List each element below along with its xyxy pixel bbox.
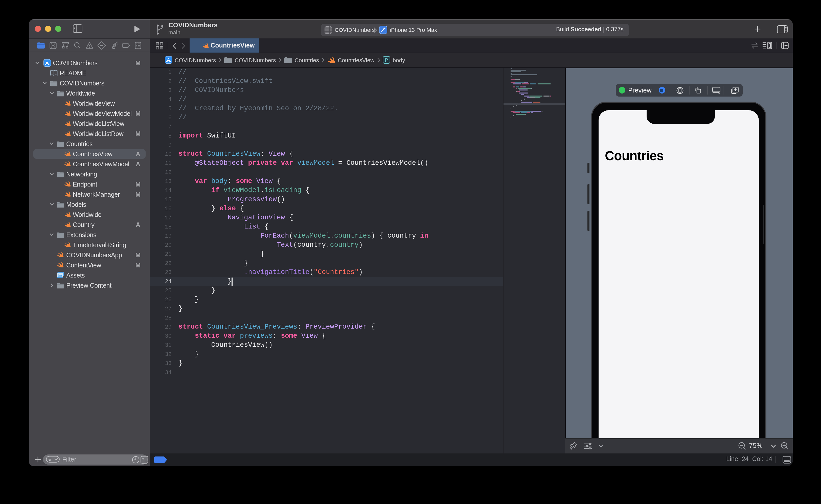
svg-text:P: P xyxy=(385,57,388,63)
